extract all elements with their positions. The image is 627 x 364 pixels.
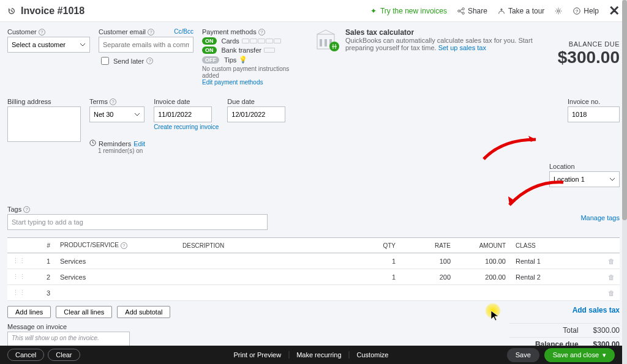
balance-due-amount: $300.00	[593, 340, 620, 346]
take-tour-link[interactable]: Take a tour	[497, 7, 544, 15]
bank-toggle[interactable]: ON	[202, 46, 217, 54]
customize-link[interactable]: Customize	[350, 351, 396, 358]
sales-tax-icon	[315, 28, 339, 53]
add-subtotal-button[interactable]: Add subtotal	[117, 306, 170, 318]
scrollbar[interactable]	[622, 0, 627, 364]
add-lines-button[interactable]: Add lines	[7, 306, 51, 318]
trash-icon[interactable]: 🗑	[603, 269, 620, 285]
class-cell[interactable]: Rental 2	[511, 269, 603, 285]
add-sales-tax-link[interactable]: Add sales tax	[509, 306, 620, 314]
table-row[interactable]: ⋮⋮3🗑	[7, 285, 620, 301]
table-row[interactable]: ⋮⋮2Services1200200.00Rental 2🗑	[7, 269, 620, 285]
clear-all-lines-button[interactable]: Clear all lines	[56, 306, 112, 318]
product-cell[interactable]: Services	[55, 253, 178, 269]
qty-cell[interactable]	[364, 285, 400, 301]
rate-cell[interactable]	[400, 285, 456, 301]
cards-toggle[interactable]: ON	[202, 37, 217, 45]
manage-tags-link[interactable]: Manage tags	[580, 214, 620, 221]
amount-cell[interactable]	[456, 285, 511, 301]
create-recurring-link[interactable]: Create recurring invoice	[154, 124, 219, 130]
col-num: #	[31, 238, 55, 253]
customer-email-input[interactable]	[99, 37, 193, 53]
save-button[interactable]: Save	[507, 348, 539, 362]
tags-label: Tags?	[7, 206, 268, 213]
clock-icon	[89, 139, 96, 147]
drag-handle-icon[interactable]: ⋮⋮	[7, 285, 31, 301]
share-icon	[457, 7, 465, 15]
cc-bcc-link[interactable]: Cc/Bcc	[174, 28, 193, 35]
tax-title: Sales tax calculator	[345, 28, 414, 37]
qty-cell[interactable]: 1	[364, 253, 400, 269]
edit-payment-methods-link[interactable]: Edit payment methods	[202, 79, 306, 86]
product-cell[interactable]: Services	[55, 269, 178, 285]
location-select[interactable]: Location 1	[549, 171, 620, 187]
send-later-checkbox[interactable]	[101, 57, 109, 65]
clear-button[interactable]: Clear	[48, 349, 80, 361]
amount-cell[interactable]: 200.00	[456, 269, 511, 285]
share-link[interactable]: Share	[457, 7, 487, 15]
help-icon[interactable]: ?	[39, 29, 45, 35]
terms-select[interactable]: Net 30	[89, 106, 145, 122]
description-cell[interactable]	[178, 269, 364, 285]
message-invoice-input[interactable]: This will show up on the invoice.	[7, 332, 130, 346]
help-icon[interactable]: ?	[148, 29, 154, 35]
save-and-close-button[interactable]: Save and close▾	[544, 348, 615, 362]
customer-label: Customer?	[7, 28, 90, 35]
try-new-invoices-link[interactable]: ✦Try the new invoices	[369, 7, 447, 15]
help-icon[interactable]: ?	[121, 242, 127, 249]
footer: Cancel Clear Print or Preview Make recur…	[0, 346, 622, 364]
due-date-input[interactable]	[227, 106, 285, 122]
trash-icon[interactable]: 🗑	[603, 253, 620, 269]
history-icon[interactable]	[7, 7, 16, 15]
amount-cell[interactable]: 100.00	[456, 253, 511, 269]
help-icon[interactable]: ?	[23, 206, 30, 213]
class-cell[interactable]	[511, 285, 603, 301]
settings-link[interactable]	[554, 7, 563, 15]
drag-handle-icon[interactable]: ⋮⋮	[7, 269, 31, 285]
page-title: Invoice #1018	[21, 6, 84, 17]
description-cell[interactable]	[178, 253, 364, 269]
customer-select[interactable]: Select a customer	[7, 37, 90, 53]
description-cell[interactable]	[178, 285, 364, 301]
cards-label: Cards	[222, 37, 239, 45]
scrollbar-thumb[interactable]	[622, 0, 627, 220]
cancel-button[interactable]: Cancel	[7, 349, 44, 361]
tour-icon	[497, 7, 506, 15]
drag-handle-icon[interactable]: ⋮⋮	[7, 253, 31, 269]
header: Invoice #1018 ✦Try the new invoices Shar…	[0, 0, 627, 22]
line-items-table: # PRODUCT/SERVICE ? DESCRIPTION QTY RATE…	[7, 237, 620, 301]
invoice-date-input[interactable]	[154, 106, 212, 122]
product-cell[interactable]	[55, 285, 178, 301]
trash-icon[interactable]: 🗑	[603, 285, 620, 301]
table-row[interactable]: ⋮⋮1Services1100100.00Rental 1🗑	[7, 253, 620, 269]
billing-address-input[interactable]	[7, 106, 81, 142]
billing-address-label: Billing address	[7, 98, 81, 105]
make-recurring-link[interactable]: Make recurring	[289, 351, 349, 358]
customer-email-label: Customer email?	[99, 28, 154, 35]
col-rate: RATE	[400, 238, 456, 253]
send-later-label: Send later	[113, 58, 144, 65]
rate-cell[interactable]: 200	[400, 269, 456, 285]
close-icon[interactable]: ✕	[609, 3, 620, 19]
col-amount: AMOUNT	[456, 238, 511, 253]
set-up-sales-tax-link[interactable]: Set up sales tax	[438, 44, 486, 51]
sales-tax-box: Sales tax calculatorQuickBooks can autom…	[315, 28, 549, 53]
invoice-no-input[interactable]	[568, 106, 620, 122]
qty-cell[interactable]: 1	[364, 269, 400, 285]
help-icon[interactable]: ?	[258, 29, 265, 35]
svg-point-1	[462, 7, 465, 10]
rate-cell[interactable]: 100	[400, 253, 456, 269]
card-icons	[242, 39, 281, 43]
balance-due-label: BALANCE DUE	[558, 40, 620, 48]
reminders-label: Reminders	[99, 140, 131, 147]
help-icon[interactable]: ?	[110, 98, 116, 105]
bank-label: Bank transfer	[222, 46, 261, 54]
help-link[interactable]: ?Help	[573, 7, 599, 15]
class-cell[interactable]: Rental 1	[511, 253, 603, 269]
print-preview-link[interactable]: Print or Preview	[227, 351, 290, 358]
reminders-edit-link[interactable]: Edit	[133, 140, 145, 147]
tips-toggle[interactable]: OFF	[202, 56, 219, 64]
tags-input[interactable]: Start typing to add a tag	[7, 214, 268, 230]
help-icon[interactable]: ?	[146, 58, 153, 64]
col-class: CLASS	[511, 238, 603, 253]
